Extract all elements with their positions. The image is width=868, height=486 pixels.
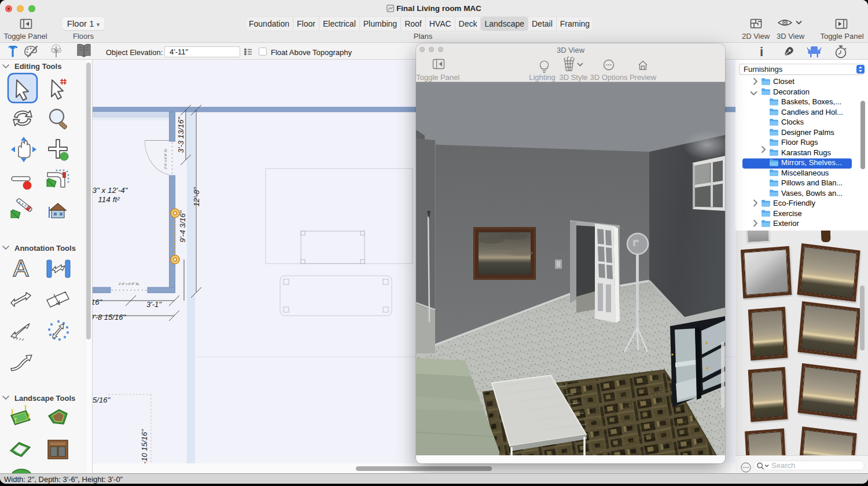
svg-text:Decoration: Decoration (773, 87, 810, 96)
svg-text:A: A (13, 255, 29, 281)
svg-text:3'-1": 3'-1" (146, 300, 162, 309)
svg-text:Karastan Rugs: Karastan Rugs (781, 148, 831, 157)
svg-text:3" x 12'-4"114 ft²: 3" x 12'-4"114 ft² (93, 186, 128, 204)
svg-text:Landscape Tools: Landscape Tools (14, 394, 75, 403)
svg-text:Candles and Hol...: Candles and Hol... (781, 108, 843, 116)
svg-text:Vases, Bowls an...: Vases, Bowls an... (781, 189, 843, 198)
svg-text:Editing Tools: Editing Tools (14, 62, 61, 71)
svg-text:Baskets, Boxes,...: Baskets, Boxes,... (781, 97, 841, 106)
svg-text:Exterior: Exterior (773, 219, 799, 228)
svg-text:12'-8": 12'-8" (192, 187, 201, 207)
svg-text:Floor Rugs: Floor Rugs (781, 138, 818, 147)
svg-text:Closet: Closet (773, 77, 795, 86)
svg-text:Miscellaneous: Miscellaneous (781, 169, 829, 177)
svg-text:Designer Palms: Designer Palms (781, 128, 834, 137)
svg-text:Pillows and Blan...: Pillows and Blan... (781, 178, 843, 187)
svg-text:2'-6" x 6'-8" SL: 2'-6" x 6'-8" SL (164, 148, 167, 170)
svg-text:i: i (760, 45, 763, 59)
svg-text:Eco-Friendly: Eco-Friendly (773, 199, 815, 207)
svg-text:Exercise: Exercise (773, 209, 802, 218)
svg-text:-10 15/16": -10 15/16" (140, 429, 149, 464)
svg-text:Annotation Tools: Annotation Tools (14, 244, 76, 253)
svg-text:'5/16": '5/16" (93, 396, 111, 404)
svg-text:Mirrors, Shelves...: Mirrors, Shelves... (781, 158, 842, 167)
svg-text:2'-6" x 6'-8" SL: 2'-6" x 6'-8" SL (118, 282, 139, 286)
svg-text:16": 16" (93, 298, 102, 306)
svg-text:3'-3 13/16": 3'-3 13/16" (176, 116, 185, 153)
svg-text:Clocks: Clocks (781, 118, 804, 126)
svg-text:9'-8 15/16": 9'-8 15/16" (93, 313, 126, 321)
